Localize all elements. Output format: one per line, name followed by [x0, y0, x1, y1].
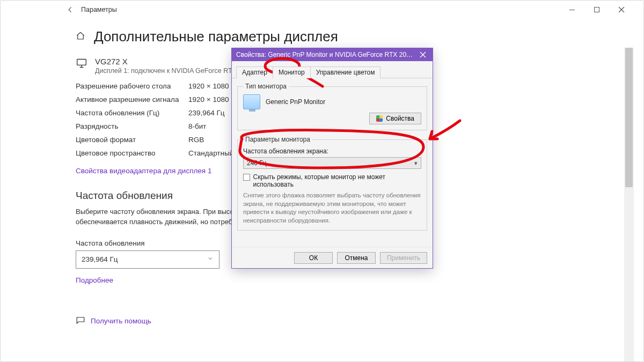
info-key: Разрешение рабочего стола — [76, 82, 188, 90]
dialog-titlebar: Свойства: Generic PnP Monitor и NVIDIA G… — [232, 48, 433, 61]
ok-button-label: ОК — [309, 254, 318, 262]
refresh-rate-dropdown[interactable]: 239,964 Гц — [76, 250, 219, 269]
monitor-properties-dialog: Свойства: Generic PnP Monitor и NVIDIA G… — [231, 48, 433, 269]
monitor-device-icon — [243, 94, 260, 109]
svg-rect-0 — [569, 10, 575, 10]
get-help-link[interactable]: Получить помощь — [91, 317, 151, 325]
svg-rect-1 — [595, 8, 599, 12]
dialog-body: Тип монитора Generic PnP Monitor Свойств… — [232, 78, 433, 247]
info-key: Разрядность — [76, 122, 188, 130]
hide-modes-label: Скрыть режимы, которые монитор не может … — [253, 173, 421, 188]
hide-modes-checkbox[interactable] — [243, 174, 250, 181]
info-key: Частота обновления (Гц) — [76, 109, 188, 117]
dialog-tabstrip: Адаптер Монитор Управление цветом — [232, 61, 433, 78]
minimize-button[interactable] — [560, 1, 584, 19]
help-icon — [76, 315, 85, 327]
svg-rect-2 — [77, 60, 86, 65]
close-button[interactable] — [609, 1, 634, 19]
refresh-rate-value: 239,964 Гц — [82, 255, 118, 263]
monitor-properties-button-label: Свойства — [386, 115, 414, 122]
settings-titlebar: Параметры — [60, 1, 634, 19]
adapter-properties-link[interactable]: Свойства видеоадаптера для дисплея 1 — [76, 167, 211, 175]
ok-button[interactable]: ОК — [294, 252, 333, 264]
info-key: Цветовое пространство — [76, 149, 188, 157]
app-title: Параметры — [81, 6, 117, 13]
page-title: Дополнительные параметры дисплея — [94, 28, 338, 45]
dialog-title: Свойства: Generic PnP Monitor и NVIDIA G… — [236, 51, 413, 58]
monitor-properties-button[interactable]: Свойства — [369, 113, 421, 124]
screen-refresh-value: 240 Гц — [247, 159, 267, 167]
apply-button[interactable]: Применить — [380, 252, 427, 264]
dialog-close-button[interactable] — [415, 49, 430, 60]
screen-refresh-label: Частота обновления экрана: — [243, 147, 421, 155]
info-key: Цветовой формат — [76, 136, 188, 144]
hide-modes-note: Снятие этого флажка позволяет выбрать ча… — [243, 191, 421, 225]
tab-monitor[interactable]: Монитор — [273, 67, 311, 78]
scrollbar-thumb[interactable] — [625, 48, 633, 187]
monitor-type-legend: Тип монитора — [243, 83, 289, 90]
monitor-type-name: Generic PnP Monitor — [266, 98, 325, 106]
monitor-type-group: Тип монитора Generic PnP Monitor Свойств… — [237, 83, 427, 130]
cancel-button-label: Отмена — [345, 254, 368, 262]
tab-adapter[interactable]: Адаптер — [236, 67, 273, 78]
cancel-button[interactable]: Отмена — [337, 252, 376, 264]
maximize-button[interactable] — [584, 1, 609, 19]
chevron-down-icon: ▾ — [414, 160, 418, 167]
tab-color-management[interactable]: Управление цветом — [310, 67, 381, 78]
screen-refresh-dropdown[interactable]: 240 Гц ▾ — [243, 157, 421, 169]
back-button[interactable] — [63, 2, 78, 17]
chevron-down-icon — [207, 255, 214, 263]
monitor-icon — [76, 57, 87, 75]
info-key: Активное разрешение сигнала — [76, 95, 188, 104]
window-controls — [560, 1, 634, 19]
scrollbar-track[interactable] — [624, 48, 634, 361]
learn-more-link[interactable]: Подробнее — [76, 276, 113, 284]
dialog-footer: ОК Отмена Применить — [232, 247, 433, 268]
help-row: Получить помощь — [76, 315, 543, 327]
uac-shield-icon — [376, 115, 383, 122]
monitor-params-group: Параметры монитора Частота обновления эк… — [237, 136, 427, 231]
apply-button-label: Применить — [387, 254, 420, 262]
home-icon[interactable] — [76, 31, 85, 43]
monitor-params-legend: Параметры монитора — [243, 136, 312, 143]
